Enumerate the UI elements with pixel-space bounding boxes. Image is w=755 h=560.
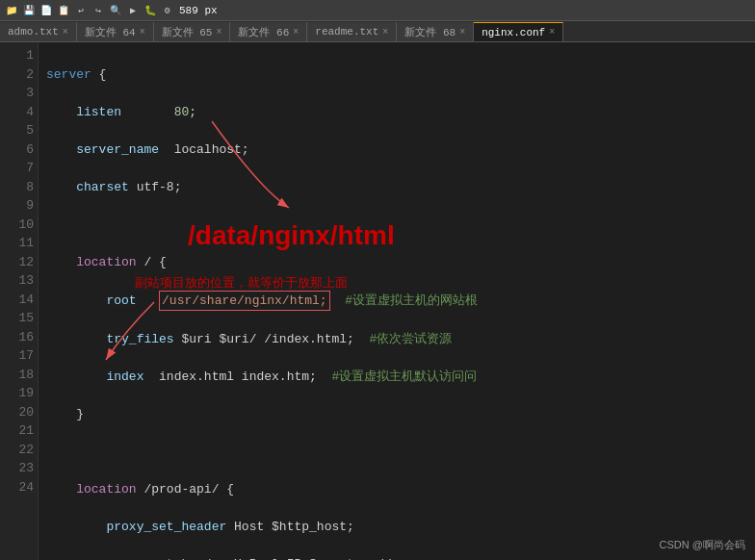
toolbar-icon-8[interactable]: ▶ — [125, 3, 141, 18]
watermark: CSDN @啊尚会码 — [660, 538, 745, 552]
toolbar-icon-2[interactable]: 💾 — [21, 3, 37, 18]
tab-new66-close[interactable]: × — [293, 27, 299, 38]
tab-new65[interactable]: 新文件 65 × — [154, 22, 231, 41]
tab-nginx-label: nginx.conf — [482, 27, 545, 38]
code-line-2: listen 80; — [46, 103, 747, 122]
code-line-13: proxy_set_header Host $http_host; — [46, 518, 747, 537]
tab-nginx[interactable]: nginx.conf × — [474, 22, 563, 41]
tab-new64[interactable]: 新文件 64 × — [77, 22, 154, 41]
code-line-9: index index.html index.htm; #设置虚拟主机默认访问问 — [46, 368, 747, 387]
code-line-14: proxy_set_header X-Real-IP $remote_addr; — [46, 555, 747, 561]
toolbar-icon-4[interactable]: 📋 — [56, 3, 71, 18]
tab-new66-label: 新文件 66 — [238, 25, 289, 39]
tab-nginx-close[interactable]: × — [549, 27, 555, 38]
code-line-4: charset utf-8; — [46, 178, 747, 197]
tab-admo[interactable]: admo.txt × — [0, 22, 77, 41]
tab-admo-label: admo.txt — [8, 26, 59, 38]
code-line-3: server_name localhost; — [46, 140, 747, 160]
tab-readme[interactable]: readme.txt × — [307, 22, 397, 41]
tab-new64-close[interactable]: × — [140, 27, 145, 38]
toolbar: 📁 💾 📄 📋 ↩ ↪ 🔍 ▶ 🐛 ⚙ 589 px — [0, 0, 755, 21]
code-area[interactable]: server { listen 80; server_name localhos… — [39, 42, 755, 560]
toolbar-icon-6[interactable]: ↪ — [91, 3, 106, 18]
code-line-6: location / { — [46, 253, 747, 272]
tab-admo-close[interactable]: × — [63, 27, 68, 38]
line-numbers: 1 2 3 4 5 6 7 8 9 10 11 12 13 14 15 16 1… — [0, 42, 39, 560]
tab-new65-close[interactable]: × — [216, 27, 221, 38]
tab-new68[interactable]: 新文件 68 × — [397, 22, 474, 41]
tab-readme-label: readme.txt — [315, 26, 378, 38]
toolbar-icon-3[interactable]: 📄 — [39, 3, 54, 18]
tab-new68-close[interactable]: × — [459, 27, 465, 38]
code-line-10: } — [46, 405, 747, 424]
code-line-8: try_files $uri $uri/ /index.html; #依次尝试资… — [46, 330, 747, 349]
tabbar: admo.txt × 新文件 64 × 新文件 65 × 新文件 66 × re… — [0, 21, 755, 42]
tab-new64-label: 新文件 64 — [85, 25, 136, 39]
tab-new65-label: 新文件 65 — [162, 25, 213, 39]
code-container: 1 2 3 4 5 6 7 8 9 10 11 12 13 14 15 16 1… — [0, 42, 755, 560]
code-line-11 — [46, 443, 747, 462]
tab-new68-label: 新文件 68 — [404, 25, 456, 39]
tab-new66[interactable]: 新文件 66 × — [230, 22, 307, 41]
code-line-7: root /usr/share/nginx/html; #设置虚拟主机的网站根 — [46, 291, 747, 312]
toolbar-icon-10[interactable]: ⚙ — [160, 3, 175, 18]
toolbar-icon-9[interactable]: 🐛 — [143, 3, 158, 18]
code-line-1: server { — [46, 65, 747, 85]
tab-readme-close[interactable]: × — [382, 27, 388, 38]
code-line-5 — [46, 216, 747, 235]
toolbar-icon-5[interactable]: ↩ — [73, 3, 89, 18]
toolbar-icon-1[interactable]: 📁 — [4, 3, 19, 18]
code-line-12: location /prod-api/ { — [46, 480, 747, 499]
toolbar-icon-7[interactable]: 🔍 — [108, 3, 123, 18]
toolbar-px-label: 589 px — [179, 5, 218, 16]
